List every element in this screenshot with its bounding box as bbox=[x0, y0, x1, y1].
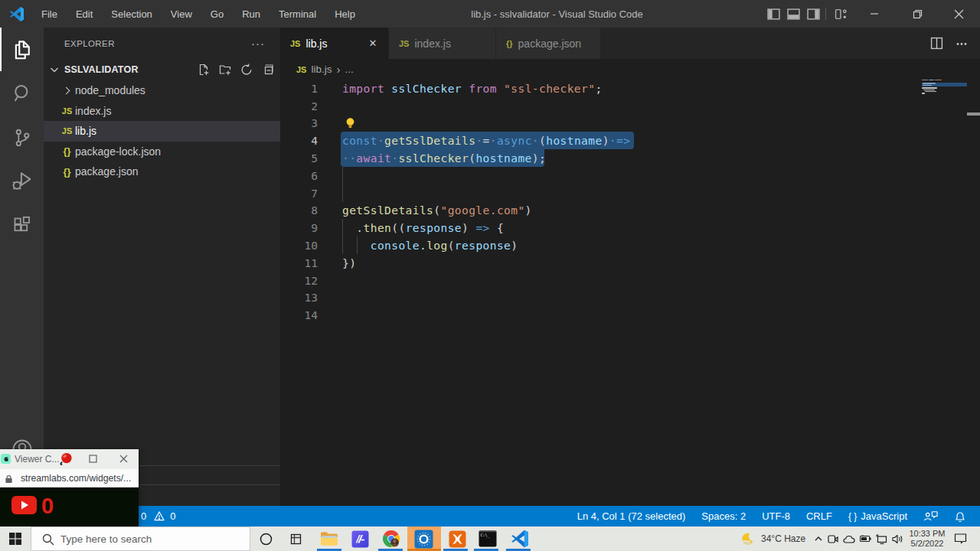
menu-item[interactable]: Run bbox=[233, 0, 270, 28]
indigo-app-icon[interactable] bbox=[349, 528, 371, 549]
code-line: 6 bbox=[280, 167, 967, 184]
code-line: 3 bbox=[280, 115, 967, 132]
toggle-sidebar-icon[interactable] bbox=[763, 0, 784, 28]
toggle-panel-icon[interactable] bbox=[782, 0, 804, 28]
extensions-icon[interactable] bbox=[0, 204, 44, 247]
start-button[interactable] bbox=[5, 528, 26, 549]
file-item[interactable]: package-lock.json bbox=[44, 142, 280, 162]
file-item[interactable]: index.js bbox=[44, 101, 280, 122]
code-line: 2 bbox=[280, 97, 967, 115]
viewer-count-window[interactable]: Viewer C... streamlabs.com/widgets/... 0 bbox=[0, 449, 139, 527]
xampp-icon[interactable] bbox=[446, 528, 468, 549]
cortana-icon[interactable] bbox=[255, 528, 276, 549]
collapse-all-icon[interactable] bbox=[262, 64, 274, 76]
editor-scrollbar[interactable] bbox=[967, 80, 980, 506]
customize-layout-icon[interactable] bbox=[830, 0, 851, 28]
overlay-close-icon[interactable] bbox=[119, 455, 128, 463]
action-center-icon[interactable] bbox=[949, 528, 971, 549]
file-item[interactable]: node_modules bbox=[44, 80, 280, 101]
streamlabs-favicon bbox=[1, 454, 11, 464]
run-debug-icon[interactable] bbox=[0, 159, 44, 203]
code-token: . bbox=[356, 221, 363, 234]
restore-button[interactable] bbox=[900, 0, 935, 28]
editor-tab[interactable]: JS lib.js bbox=[280, 28, 389, 59]
overlay-titlebar[interactable]: Viewer C... bbox=[0, 449, 139, 469]
explorer-icon[interactable] bbox=[0, 28, 44, 71]
toggle-secondary-sidebar-icon[interactable] bbox=[802, 0, 824, 28]
file-item[interactable]: package.json bbox=[44, 161, 280, 182]
minimap[interactable] bbox=[922, 79, 967, 507]
menu-item[interactable]: View bbox=[162, 0, 201, 28]
chrome-icon[interactable] bbox=[381, 528, 402, 549]
notifications-bell-icon[interactable] bbox=[954, 510, 966, 523]
weather-condition: Haze bbox=[784, 533, 805, 544]
close-window-icon-svg bbox=[954, 9, 964, 19]
search-icon[interactable] bbox=[0, 71, 44, 115]
code-token: response bbox=[406, 221, 462, 234]
overlay-maximize-icon[interactable] bbox=[89, 455, 97, 463]
split-editor-icon[interactable] bbox=[930, 37, 943, 50]
breadcrumb-more[interactable]: ... bbox=[345, 64, 353, 75]
feedback-icon[interactable] bbox=[923, 510, 938, 523]
file-explorer-icon[interactable] bbox=[318, 528, 340, 549]
breadcrumb[interactable]: JS lib.js › ... bbox=[280, 59, 980, 80]
more-actions-icon[interactable] bbox=[956, 37, 968, 50]
menu-item[interactable]: File bbox=[32, 0, 67, 28]
minimap-line bbox=[935, 80, 942, 81]
overlay-url[interactable]: streamlabs.com/widgets/... bbox=[21, 473, 131, 484]
code-token: = bbox=[483, 134, 490, 147]
breadcrumb-file[interactable]: lib.js bbox=[311, 64, 332, 75]
new-folder-icon[interactable] bbox=[219, 64, 231, 76]
language-label: JavaScript bbox=[861, 510, 907, 522]
code-token: getSslDetails bbox=[342, 204, 433, 217]
menu-item[interactable]: Help bbox=[325, 0, 364, 28]
onedrive-icon[interactable] bbox=[843, 535, 855, 543]
minimize-button[interactable] bbox=[857, 0, 892, 28]
cursor-position[interactable]: Ln 4, Col 1 (72 selected) bbox=[577, 510, 686, 522]
warning-count: 0 bbox=[170, 510, 175, 522]
file-type-icon bbox=[59, 166, 75, 178]
minimap-line bbox=[922, 80, 928, 81]
code-token: { bbox=[497, 221, 504, 234]
tray-date: 5/2/2022 bbox=[906, 539, 948, 549]
source-control-icon[interactable] bbox=[0, 116, 44, 159]
menu-item[interactable]: Selection bbox=[102, 0, 161, 28]
code-area[interactable]: 1 import sslChecker from "ssl-checker"; … bbox=[280, 80, 980, 506]
editor-tab[interactable]: JS index.js bbox=[389, 28, 496, 59]
streamlabs-icon[interactable] bbox=[413, 528, 434, 549]
menu-item[interactable]: Go bbox=[201, 0, 233, 28]
hidden-icons-chevron[interactable] bbox=[814, 534, 823, 543]
new-file-icon[interactable] bbox=[198, 64, 210, 76]
network-icon[interactable] bbox=[876, 534, 887, 544]
eol-sequence[interactable]: CRLF bbox=[806, 510, 832, 522]
language-mode[interactable]: { } JavaScript bbox=[848, 510, 907, 522]
tray-clock[interactable]: 10:33 PM 5/2/2022 bbox=[906, 529, 948, 549]
vscode-taskbar-icon[interactable] bbox=[509, 528, 531, 549]
code-token: }) bbox=[342, 256, 356, 269]
battery-icon[interactable] bbox=[860, 535, 871, 543]
refresh-icon[interactable] bbox=[240, 64, 253, 76]
indentation[interactable]: Spaces: 2 bbox=[701, 510, 746, 522]
tray-weather[interactable]: 34°C Haze bbox=[740, 527, 805, 551]
explorer-more-icon[interactable]: ··· bbox=[251, 37, 265, 50]
close-window-icon[interactable] bbox=[941, 0, 976, 28]
code-token: ( bbox=[539, 134, 546, 147]
menu-item[interactable]: Terminal bbox=[270, 0, 325, 28]
task-view-icon[interactable] bbox=[285, 528, 306, 549]
menu-item[interactable]: Edit bbox=[67, 0, 102, 28]
code-token: "google.com" bbox=[440, 204, 524, 217]
taskbar-search[interactable]: Type here to search bbox=[31, 527, 250, 551]
editor-tab[interactable]: {} package.json bbox=[496, 28, 601, 59]
cmd-icon[interactable]: C:\_ bbox=[477, 528, 498, 549]
volume-icon[interactable] bbox=[892, 534, 903, 544]
overlay-addressbar[interactable]: streamlabs.com/widgets/... bbox=[0, 469, 139, 487]
close-tab-icon[interactable] bbox=[365, 36, 381, 51]
code-token: sslChecker bbox=[391, 82, 462, 95]
code-token bbox=[342, 239, 371, 252]
encoding[interactable]: UTF-8 bbox=[762, 510, 790, 522]
tab-label: package.json bbox=[518, 37, 582, 50]
temperature-value: 34°C bbox=[761, 533, 782, 544]
file-item[interactable]: lib.js bbox=[44, 121, 280, 142]
editor-group: JS lib.js JS index.js {} package.json JS… bbox=[280, 28, 980, 506]
meet-now-icon[interactable] bbox=[828, 534, 838, 544]
